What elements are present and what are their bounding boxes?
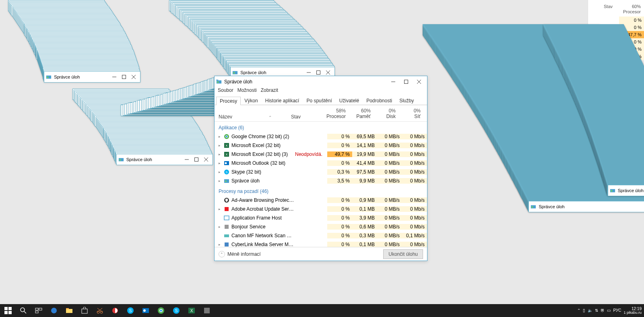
- cpu-cell: 0 %: [327, 206, 352, 212]
- process-row[interactable]: ▸ X Microsoft Excel (32 bit) 0 % 14,1 MB…: [217, 141, 427, 150]
- svg-rect-3283: [35, 308, 38, 310]
- expand-chev-icon[interactable]: ▸: [217, 225, 222, 229]
- tab-users[interactable]: Uživatelé: [336, 96, 363, 105]
- col-cpu[interactable]: Procesor: [326, 114, 346, 120]
- mem-cell: 97,5 MB: [352, 169, 377, 175]
- frame-icon: [223, 215, 230, 221]
- net-cell: 0 Mb/s: [402, 224, 427, 230]
- excel-icon: X: [223, 151, 230, 157]
- minimize-button[interactable]: [387, 77, 400, 87]
- mem-cell: 69,5 MB: [352, 134, 377, 139]
- maximize-button[interactable]: [314, 68, 323, 77]
- store-icon[interactable]: [77, 305, 92, 317]
- svg-rect-3256: [216, 80, 218, 81]
- col-mem[interactable]: Paměť: [356, 114, 371, 120]
- process-row[interactable]: ▸ Google Chrome (32 bit) (2) 0 % 69,5 MB…: [217, 132, 427, 141]
- svg-rect-344: [194, 158, 198, 162]
- end-task-button[interactable]: Ukončit úlohu: [383, 249, 423, 259]
- system-tray[interactable]: ⌃ ▯ 🔈 ⇅ ⛨ ▭: [577, 308, 611, 313]
- excel-taskbar-icon[interactable]: X: [184, 305, 199, 317]
- skype-taskbar-icon[interactable]: S: [123, 305, 138, 317]
- app-icon-2[interactable]: [200, 305, 214, 317]
- fewer-details[interactable]: ⌃ Méně informací: [219, 251, 261, 257]
- menu-view[interactable]: Zobrazit: [261, 87, 278, 95]
- process-row[interactable]: ▸ Adobe Acrobat Update Service (… 0 % 0,…: [217, 205, 427, 213]
- col-disk[interactable]: Disk: [386, 114, 396, 120]
- keyboard-lang[interactable]: РУС: [613, 308, 621, 313]
- shield-icon[interactable]: ⛨: [601, 308, 605, 313]
- outlook-taskbar-icon[interactable]: [138, 305, 153, 317]
- col-name[interactable]: Název: [219, 114, 232, 120]
- svg-rect-3270: [224, 179, 229, 183]
- maximize-button[interactable]: [119, 73, 129, 81]
- close-button[interactable]: [129, 73, 138, 81]
- expand-chev-icon[interactable]: ▸: [217, 135, 222, 139]
- maximize-button[interactable]: [400, 77, 413, 87]
- network-icon[interactable]: ⇅: [595, 308, 598, 313]
- minimize-button[interactable]: [304, 68, 314, 77]
- svg-text:S: S: [175, 309, 178, 313]
- process-row[interactable]: Application Frame Host 0 % 3,9 MB 0 MB/s…: [217, 213, 427, 222]
- cpu-cell: 3,5 %: [327, 178, 352, 184]
- expand-chev-icon[interactable]: ▸: [217, 242, 222, 247]
- expand-chev-icon[interactable]: ▸: [217, 207, 222, 211]
- tab-details[interactable]: Podrobnosti: [363, 96, 396, 105]
- ccleaner-icon[interactable]: [108, 305, 122, 317]
- close-button[interactable]: [323, 68, 333, 77]
- app-icon: [610, 188, 615, 193]
- close-button[interactable]: [201, 155, 211, 164]
- process-row[interactable]: ▸ Správce úloh 3,5 % 9,9 MB 0 MB/s 0 Mb/…: [217, 176, 427, 185]
- menu-options[interactable]: Možnosti: [237, 87, 257, 95]
- disk-cell: 0 MB/s: [377, 178, 402, 184]
- action-center-icon[interactable]: ▭: [607, 308, 611, 313]
- explorer-icon[interactable]: [62, 305, 76, 317]
- expand-chev-icon[interactable]: ▸: [217, 152, 222, 156]
- tray-up-icon[interactable]: ⌃: [577, 308, 580, 313]
- mem-cell: 0,3 MB: [352, 233, 377, 238]
- col-net[interactable]: Síť: [414, 114, 421, 120]
- svg-text:X: X: [225, 144, 228, 147]
- tab-vykon[interactable]: Výkon: [241, 96, 261, 105]
- taskbar-clock[interactable]: 12:19 1 pikabu.ru: [623, 307, 642, 315]
- snip-icon[interactable]: [93, 305, 107, 317]
- chrome-taskbar-icon[interactable]: [154, 305, 168, 317]
- battery-icon[interactable]: ▯: [583, 308, 585, 313]
- maximize-button[interactable]: [192, 155, 201, 164]
- cpu-cell: 0,3 %: [327, 169, 352, 175]
- process-name: Ad-Aware Browsing Protection …: [231, 197, 295, 203]
- net-cell: 0 Mb/s: [402, 160, 427, 166]
- process-name: Bonjour Service: [231, 224, 295, 230]
- tab-services[interactable]: Služby: [396, 96, 417, 105]
- expand-chev-icon[interactable]: ▸: [217, 161, 222, 165]
- process-row[interactable]: ▸ Microsoft Outlook (32 bit) 0 % 41,4 MB…: [217, 159, 427, 168]
- process-row[interactable]: ▸ X Microsoft Excel (32 bit) (3) Neodpov…: [217, 150, 427, 159]
- minimize-button[interactable]: [182, 155, 192, 164]
- process-row[interactable]: ▸ Bonjour Service 0 % 0,6 MB 0 MB/s 0 Mb…: [217, 222, 427, 231]
- process-row[interactable]: ▸ CyberLink Media Server Monito… 0 % 0,1…: [217, 240, 427, 247]
- task-view-icon[interactable]: [31, 305, 46, 317]
- expand-chev-icon[interactable]: ▸: [217, 170, 222, 174]
- expand-chev-icon[interactable]: ▸: [217, 143, 222, 147]
- edge-icon[interactable]: [47, 305, 61, 317]
- tab-history[interactable]: Historie aplikací: [262, 96, 303, 105]
- process-row[interactable]: Canon MF Network Scan Utility … 0 % 0,3 …: [217, 231, 427, 240]
- minimize-button[interactable]: [109, 73, 119, 81]
- menu-file[interactable]: Soubor: [218, 87, 233, 95]
- svg-point-3261: [226, 136, 227, 137]
- tab-procesy[interactable]: Procesy: [216, 97, 241, 105]
- volume-icon[interactable]: 🔈: [588, 308, 592, 313]
- app-icon: [118, 157, 124, 162]
- tab-startup[interactable]: Po spuštění: [303, 96, 335, 105]
- cpu-cell: 0 %: [327, 224, 352, 230]
- close-button[interactable]: [413, 77, 425, 87]
- svg-rect-734: [317, 70, 320, 74]
- titlebar[interactable]: Správce úloh: [215, 76, 427, 87]
- col-status[interactable]: Stav: [291, 114, 323, 120]
- process-row[interactable]: Ad-Aware Browsing Protection … 0 % 0,9 M…: [217, 196, 427, 205]
- expand-chev-icon[interactable]: ▸: [217, 179, 222, 183]
- start-button[interactable]: [1, 305, 15, 317]
- process-row[interactable]: ▸ S Skype (32 bit) 0,3 % 97,5 MB 0 MB/s …: [217, 168, 427, 176]
- disk-cell: 0 MB/s: [377, 215, 402, 221]
- skype-icon-2[interactable]: S: [169, 305, 184, 317]
- search-icon[interactable]: [16, 305, 31, 317]
